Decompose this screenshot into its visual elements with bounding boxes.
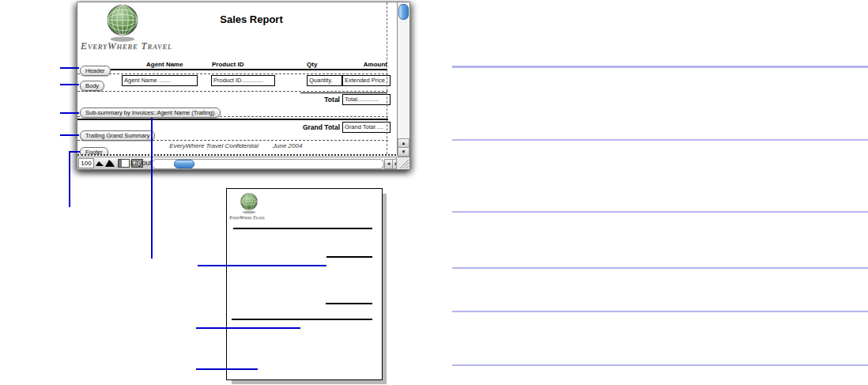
part-label-trailing-grand-summary[interactable]: Trailing Grand Summary — [80, 130, 155, 141]
company-logo — [100, 3, 145, 46]
field-extended-price[interactable]: Extended Price — [342, 75, 391, 86]
preview-header-rule — [233, 228, 372, 229]
preview-total-rule — [326, 256, 372, 258]
notes-ruled-line-2 — [452, 139, 868, 141]
field-agent-name[interactable]: Agent Name ....... — [122, 75, 198, 86]
field-product-id[interactable]: Product ID............. — [211, 75, 275, 86]
layout-bottom-edge — [77, 154, 396, 156]
status-bar: 100 Layout ◄ ► — [77, 157, 396, 169]
callout-line-trailing-grand-summary — [60, 134, 79, 136]
horizontal-scroll-thumb[interactable] — [174, 160, 194, 168]
report-title: Sales Report — [188, 13, 315, 25]
report-preview-page: EveryWhere Travel — [226, 188, 383, 380]
resize-grip-icon — [397, 157, 409, 169]
field-total[interactable]: Total............. — [342, 94, 391, 105]
layout-content-area: EveryWhere Travel Sales Report Agent Nam… — [77, 2, 396, 156]
footer-date-text: June 2004 — [273, 142, 302, 149]
preview-company-logo — [236, 192, 262, 217]
layout-mode-popup[interactable]: Layout — [130, 159, 152, 167]
part-label-header[interactable]: Header — [80, 66, 111, 76]
filemaker-layout-window: EveryWhere Travel Sales Report Agent Nam… — [77, 2, 410, 170]
callout-line-preview-total-rule — [198, 265, 326, 266]
notes-ruled-line-6 — [452, 364, 868, 366]
zoom-out-icon[interactable] — [96, 160, 104, 166]
vertical-scroll-thumb[interactable] — [398, 4, 409, 20]
status-area-toggle-icon[interactable] — [118, 159, 130, 168]
callout-line-footer-horizontal — [69, 151, 80, 153]
field-grand-total[interactable]: Grand Total .... — [342, 122, 391, 133]
footer-confidential-text: EveryWhere Travel Confidential — [160, 142, 267, 149]
column-header-qty: Qty — [307, 61, 317, 68]
preview-globe-icon — [236, 192, 262, 214]
callout-line-subsummary-vertical — [151, 118, 153, 259]
body-part-boundary[interactable] — [77, 91, 388, 92]
column-header-agent-name: Agent Name — [146, 61, 183, 68]
vertical-scrollbar[interactable]: ▲ ▼ — [397, 2, 409, 156]
preview-grand-total-rule — [326, 303, 372, 304]
grand-summary-rule-line[interactable] — [77, 119, 388, 120]
zoom-level-indicator[interactable]: 100 — [78, 158, 94, 168]
header-rule-line[interactable] — [111, 69, 387, 70]
callout-line-preview-footer-rule — [196, 368, 258, 370]
callout-line-header — [60, 67, 79, 69]
part-label-body[interactable]: Body — [80, 81, 104, 91]
horizontal-scrollbar[interactable] — [152, 159, 384, 169]
preview-brand-name: EveryWhere Travel — [229, 215, 265, 220]
column-header-product-id: Product ID — [212, 61, 243, 68]
header-part-boundary[interactable] — [77, 74, 388, 74]
notes-ruled-line-4 — [452, 267, 868, 269]
zoom-in-icon[interactable] — [105, 160, 115, 167]
part-label-subsummary[interactable]: Sub-summary by Invoices::Agent Name (Tra… — [80, 108, 221, 118]
field-quantity[interactable]: Quantity. — [307, 75, 342, 86]
callout-line-preview-grand-total-rule — [196, 327, 300, 329]
notes-ruled-line-5 — [452, 311, 868, 312]
grand-total-label: Grand Total — [275, 123, 340, 131]
scroll-down-button[interactable]: ▼ — [398, 147, 409, 157]
total-rule-line[interactable] — [300, 92, 387, 93]
figure-canvas: EveryWhere Travel Sales Report Agent Nam… — [0, 0, 868, 385]
notes-ruled-line-1 — [452, 66, 868, 68]
brand-name: EveryWhere Travel — [81, 40, 172, 52]
page-right-boundary — [387, 2, 387, 154]
callout-line-body — [60, 84, 79, 85]
column-header-amount: Amount — [338, 61, 387, 68]
callout-line-footer-vertical — [69, 151, 70, 207]
preview-footer-rule — [232, 319, 372, 320]
total-label: Total — [291, 96, 340, 104]
notes-ruled-line-3 — [452, 211, 868, 213]
window-resize-grip[interactable] — [396, 157, 409, 169]
callout-line-subsummary — [60, 112, 79, 114]
globe-icon — [100, 3, 145, 43]
